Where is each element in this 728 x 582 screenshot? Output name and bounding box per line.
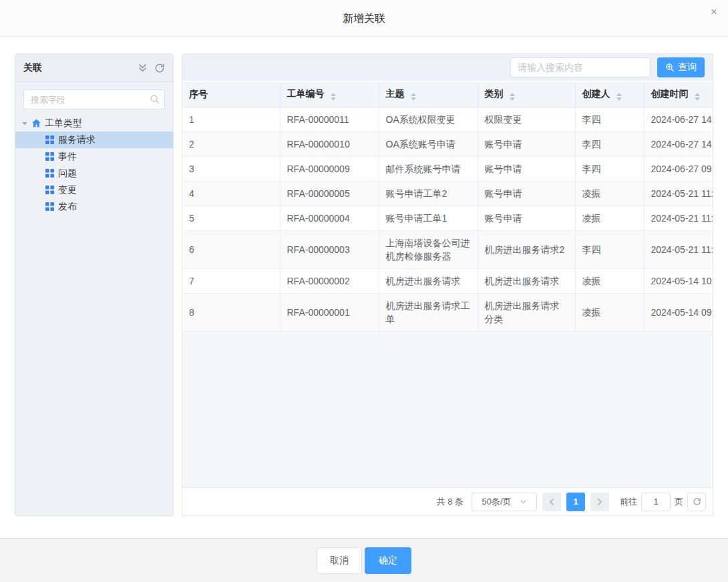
column-header-label: 创建时间 [651,88,689,99]
prev-page-button[interactable] [542,493,561,511]
goto-page-input[interactable] [641,493,671,511]
grid-icon [45,152,54,161]
query-button[interactable]: 查询 [657,57,705,77]
column-header[interactable]: 序号 [182,82,280,107]
chevron-right-icon [596,498,604,506]
table-row[interactable]: 6 RFA-00000003 上海南塔设备公司进机房检修服务器 机房进出服务请求… [182,231,713,269]
column-header[interactable]: 主题 [379,82,478,107]
sidebar-search [23,89,165,109]
cell-category: 账号申请 [478,132,575,157]
cell-creator: 凌振 [575,206,644,231]
tree-item[interactable]: 问题 [15,165,173,182]
grid-icon [45,169,54,178]
cell-created-time: 2024-05-21 11:20:14 [644,231,713,269]
cell-creator: 李四 [575,107,644,132]
table-row[interactable]: 5 RFA-00000004 账号申请工单1 账号申请 凌振 2024-05-2… [182,206,713,231]
collapse-all-icon[interactable] [138,63,148,73]
cell-order-code: RFA-00000003 [280,231,379,269]
tree-root-item[interactable]: 工单类型 [15,115,173,131]
sort-icon [616,93,622,101]
cell-creator: 凌振 [575,294,644,332]
column-header[interactable]: 工单编号 [280,82,379,107]
column-header[interactable]: 创建时间 [644,82,713,107]
cell-subject: 机房进出服务请求 [379,269,478,294]
table-row[interactable]: 4 RFA-00000005 账号申请工单2 账号申请 凌振 2024-05-2… [182,182,713,206]
cell-order-code: RFA-00000010 [280,132,379,157]
cell-order-code: RFA-00000004 [280,206,379,231]
cell-creator: 李四 [575,157,644,182]
work-order-type-tree: 工单类型 服务请求 事件 问题 [15,115,173,215]
tree-item-label: 问题 [58,168,77,180]
current-page-button[interactable]: 1 [566,493,585,511]
chevron-down-icon [520,498,527,505]
cell-index: 1 [182,107,280,132]
confirm-button[interactable]: 确定 [365,547,411,574]
cell-created-time: 2024-06-27 09:25:49 [644,157,713,182]
query-button-label: 查询 [678,61,697,73]
table-row[interactable]: 1 RFA-00000011 OA系统权限变更 权限变更 李四 2024-06-… [182,107,713,132]
sort-icon [331,93,336,101]
cell-order-code: RFA-00000009 [280,157,379,182]
pager-refresh-button[interactable] [687,493,706,511]
dialog-title: 新增关联 [0,0,728,37]
sidebar-search-input[interactable] [23,89,165,109]
cell-subject: 机房进出服务请求工单 [379,294,478,332]
tree-item-label: 事件 [58,151,77,163]
relation-sidebar: 关联 工单类型 服务请求 事件 [15,53,174,516]
search-icon [150,94,160,104]
table-row[interactable]: 8 RFA-00000001 机房进出服务请求工单 机房进出服务请求分类 凌振 … [182,294,713,332]
pager-refresh-icon [693,497,701,506]
tree-item-label: 服务请求 [58,134,96,146]
cell-created-time: 2024-05-21 11:35:17 [644,182,713,206]
cell-subject: OA系统账号申请 [379,132,478,157]
refresh-icon[interactable] [154,63,165,73]
cancel-button[interactable]: 取消 [317,547,362,574]
column-header-label: 创建人 [582,88,610,99]
cell-created-time: 2024-05-21 11:32:52 [644,206,713,231]
column-header[interactable]: 创建人 [575,82,644,107]
close-icon[interactable]: × [711,6,717,17]
tree-item[interactable]: 事件 [15,148,173,165]
tree-item[interactable]: 服务请求 [15,131,173,148]
page-size-select[interactable]: 50条/页 [472,493,537,511]
grid-icon [45,186,54,194]
cell-index: 7 [182,269,280,294]
goto-label: 前往 [620,496,637,508]
cell-creator: 凌振 [575,269,644,294]
next-page-button[interactable] [590,493,609,511]
cell-index: 3 [182,157,280,182]
tree-item[interactable]: 变更 [15,182,173,198]
tree-item-label: 发布 [58,201,77,213]
tree-item-label: 变更 [58,184,77,196]
cell-category: 机房进出服务请求 [478,269,575,294]
column-header[interactable]: 类别 [478,82,575,107]
page-unit-label: 页 [675,496,683,508]
column-header-label: 工单编号 [287,88,325,99]
sort-icon [510,93,515,101]
tree-children: 服务请求 事件 问题 变更 发布 [15,131,173,215]
cell-created-time: 2024-06-27 14:42:25 [644,132,713,157]
column-header-label: 类别 [485,88,504,99]
cell-order-code: RFA-00000001 [280,294,379,332]
table-empty-area [182,332,713,487]
tree-item[interactable]: 发布 [15,198,173,215]
table-row[interactable]: 2 RFA-00000010 OA系统账号申请 账号申请 李四 2024-06-… [182,132,713,157]
chevron-left-icon [548,498,556,506]
cell-category: 权限变更 [478,107,575,132]
cell-index: 5 [182,206,280,231]
home-icon [31,118,41,128]
caret-down-icon[interactable] [21,120,28,127]
table-row[interactable]: 3 RFA-00000009 邮件系统账号申请 账号申请 李四 2024-06-… [182,157,713,182]
table-body: 1 RFA-00000011 OA系统权限变更 权限变更 李四 2024-06-… [182,107,713,332]
cell-order-code: RFA-00000002 [280,269,379,294]
cell-index: 6 [182,231,280,269]
grid-icon [45,202,54,211]
page-size-value: 50条/页 [482,496,511,508]
sort-icon [411,93,416,101]
cell-creator: 李四 [575,132,644,157]
cell-index: 2 [182,132,280,157]
sidebar-title: 关联 [23,62,42,74]
table-search-input[interactable] [510,57,651,77]
cell-order-code: RFA-00000011 [280,107,379,132]
table-row[interactable]: 7 RFA-00000002 机房进出服务请求 机房进出服务请求 凌振 2024… [182,269,713,294]
